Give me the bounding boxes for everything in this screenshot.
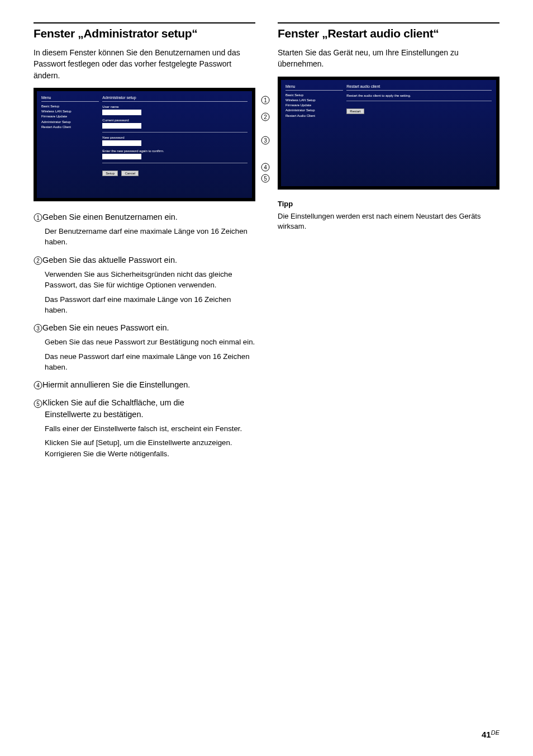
step-title: Geben Sie einen Benutzernamen ein. <box>42 212 178 221</box>
screenshot-restart-client: Menu Basic Setup Wireless LAN Setup Firm… <box>278 77 499 190</box>
sidebar-item[interactable]: Restart Audio Client <box>41 125 99 130</box>
svg-text:1: 1 <box>264 97 267 103</box>
section-heading-admin: Fenster „Administrator setup“ <box>34 22 255 40</box>
step-title-line2: Einstellwerte zu bestätigen. <box>34 409 255 420</box>
svg-text:4: 4 <box>264 164 267 171</box>
intro-text: Starten Sie das Gerät neu, um Ihre Einst… <box>278 47 499 70</box>
callout-4-icon: 4 <box>261 163 270 172</box>
sidebar-item[interactable]: Administrator Setup <box>285 108 343 113</box>
step-title: Hiermit annullieren Sie die Einstellunge… <box>42 380 190 389</box>
page-lang: DE <box>491 729 499 736</box>
svg-text:2: 2 <box>36 258 40 264</box>
step-num-icon: 5 <box>34 399 42 408</box>
sidebar-item[interactable]: Administrator Setup <box>41 120 99 125</box>
svg-text:2: 2 <box>264 114 267 120</box>
step-num-icon: 4 <box>34 381 42 390</box>
sidebar-item[interactable]: Restart Audio Client <box>285 114 343 119</box>
input-confirm-password[interactable] <box>102 154 141 159</box>
svg-text:5: 5 <box>36 401 40 407</box>
page-number: 41 <box>482 730 491 739</box>
shot-content-header: Administrator setup <box>102 96 248 102</box>
svg-text:1: 1 <box>36 215 40 221</box>
step-para: Verwenden Sie aus Sicherheitsgründen nic… <box>34 269 255 291</box>
step-3: 3Geben Sie ein neues Passwort ein. Geben… <box>34 322 255 372</box>
input-current-password[interactable] <box>102 123 141 129</box>
input-new-password[interactable] <box>102 140 141 146</box>
page-footer: 41DE <box>482 729 499 739</box>
callout-5-icon: 5 <box>261 174 270 183</box>
step-title-line1: Klicken Sie auf die Schaltfläche, um die <box>42 398 184 407</box>
step-para: Das neue Passwort darf eine maximale Län… <box>34 351 255 373</box>
svg-text:3: 3 <box>264 138 267 144</box>
label-new-password: New password <box>102 136 248 139</box>
step-title: Geben Sie das aktuelle Passwort ein. <box>42 256 177 264</box>
step-num-icon: 3 <box>34 324 42 333</box>
restart-button[interactable]: Restart <box>346 108 364 114</box>
step-1: 1Geben Sie einen Benutzernamen ein. Der … <box>34 211 255 248</box>
input-user-name[interactable] <box>102 110 141 115</box>
svg-text:3: 3 <box>36 325 40 332</box>
sidebar-item[interactable]: Wireless LAN Setup <box>41 109 99 114</box>
step-5: 5Klicken Sie auf die Schaltfläche, um di… <box>34 397 255 459</box>
tipp-heading: Tipp <box>278 200 499 208</box>
step-4: 4Hiermit annullieren Sie die Einstellung… <box>34 379 255 390</box>
cancel-button[interactable]: Cancel <box>121 171 139 176</box>
restart-instruction: Restart the audio client to apply the se… <box>346 94 492 97</box>
callout-1-icon: 1 <box>261 96 270 105</box>
label-current-password: Current password <box>102 119 248 122</box>
step-para: Der Benutzername darf eine maximale Läng… <box>34 226 255 248</box>
step-para: Klicken Sie auf [Setup], um die Einstell… <box>34 437 255 459</box>
shot-menu-header: Menu <box>285 84 343 91</box>
step-para: Falls einer der Einstellwerte falsch ist… <box>34 423 255 434</box>
svg-text:5: 5 <box>264 176 267 182</box>
step-num-icon: 1 <box>34 213 42 222</box>
step-title: Geben Sie ein neues Passwort ein. <box>42 323 169 332</box>
sidebar-item[interactable]: Basic Setup <box>41 104 99 109</box>
step-para: Geben Sie das neue Passwort zur Bestätig… <box>34 337 255 347</box>
left-column: Fenster „Administrator setup“ In diesem … <box>34 22 255 466</box>
callout-2-icon: 2 <box>261 112 270 121</box>
step-para: Das Passwort darf eine maximale Länge vo… <box>34 294 255 316</box>
sidebar-item[interactable]: Firmware Update <box>285 103 343 108</box>
callout-3-icon: 3 <box>261 136 270 145</box>
sidebar-item[interactable]: Basic Setup <box>285 93 343 98</box>
sidebar-item[interactable]: Wireless LAN Setup <box>285 98 343 103</box>
screenshot-admin-setup: Menu Basic Setup Wireless LAN Setup Firm… <box>34 88 255 201</box>
label-confirm: Enter the new password again to confirm. <box>102 149 248 153</box>
step-2: 2Geben Sie das aktuelle Passwort ein. Ve… <box>34 254 255 315</box>
setup-button[interactable]: Setup <box>102 171 118 176</box>
tipp-body: Die Einstellungen werden erst nach einem… <box>278 211 499 233</box>
section-heading-restart: Fenster „Restart audio client“ <box>278 22 499 40</box>
step-num-icon: 2 <box>34 256 42 265</box>
label-user-name: User name <box>102 105 248 108</box>
shot-menu-header: Menu <box>41 96 99 102</box>
shot-content-header: Restart audio client <box>346 84 492 91</box>
right-column: Fenster „Restart audio client“ Starten S… <box>278 22 499 466</box>
intro-text: In diesem Fenster können Sie den Benutze… <box>34 47 255 81</box>
sidebar-item[interactable]: Firmware Update <box>41 114 99 119</box>
svg-text:4: 4 <box>36 382 40 389</box>
